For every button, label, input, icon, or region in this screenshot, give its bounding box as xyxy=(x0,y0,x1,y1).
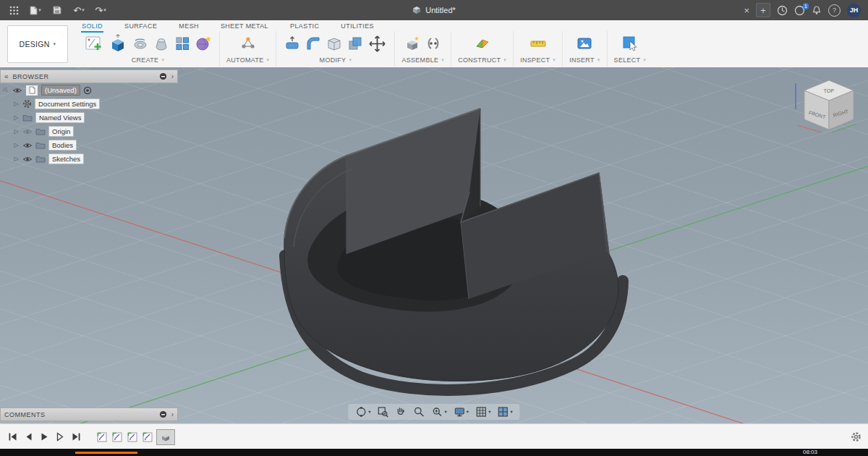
visibility-eye-icon[interactable] xyxy=(22,156,33,163)
grid-settings-tool[interactable]: ▾ xyxy=(475,406,490,418)
browser-item-chip[interactable]: Sketches xyxy=(48,153,84,164)
assemble-menu[interactable]: ASSEMBLE ▾ xyxy=(401,56,444,64)
help-icon[interactable]: ? xyxy=(828,4,841,17)
browser-row-bodies[interactable]: ▷ Bodies xyxy=(0,138,178,152)
timeline-step-back-button[interactable] xyxy=(22,431,35,444)
panel-minimize-icon[interactable] xyxy=(159,72,167,80)
viewport[interactable]: TOP FRONT RIGHT « BROWSER › ▷ (Unsaved) … xyxy=(0,67,868,423)
select-icon[interactable] xyxy=(620,33,640,54)
job-status-icon[interactable]: 1 xyxy=(794,5,805,16)
panel-minimize-icon[interactable] xyxy=(159,410,167,418)
expander-icon[interactable]: ▷ xyxy=(13,142,20,148)
comments-header[interactable]: COMMENTS › xyxy=(0,408,178,421)
browser-row-root[interactable]: ▷ (Unsaved) xyxy=(0,83,178,97)
browser-item-chip[interactable]: Origin xyxy=(48,126,74,137)
visibility-eye-icon[interactable] xyxy=(22,142,33,149)
expander-icon[interactable]: ▷ xyxy=(13,114,20,121)
browser-header[interactable]: « BROWSER › xyxy=(0,69,178,83)
timeline-go-to-start-button[interactable] xyxy=(6,431,19,444)
title-bar: ▾ ↶ ▾ ↷ ▾ Untitled* × + 1 xyxy=(0,0,868,20)
timeline-sketch-feature[interactable] xyxy=(141,431,154,444)
select-menu[interactable]: SELECT ▾ xyxy=(614,56,647,64)
construction-plane-icon[interactable] xyxy=(473,34,492,53)
panel-expand-icon[interactable]: › xyxy=(171,410,174,418)
view-cube[interactable]: TOP FRONT RIGHT xyxy=(790,72,859,137)
shell-icon[interactable] xyxy=(325,34,344,53)
notifications-bell-icon[interactable] xyxy=(812,5,822,16)
magnifier-icon xyxy=(414,406,425,418)
automate-icon[interactable] xyxy=(238,33,258,54)
browser-item-chip[interactable]: Bodies xyxy=(48,140,77,151)
create-form-icon[interactable] xyxy=(194,34,213,53)
orbit-tool[interactable]: ▾ xyxy=(355,406,370,418)
redo-button[interactable]: ↷ ▾ xyxy=(91,2,110,18)
fillet-icon[interactable] xyxy=(304,34,323,53)
expander-icon[interactable]: ▷ xyxy=(1,85,11,95)
zoom-tool[interactable] xyxy=(414,406,425,418)
model-cookie-cutter[interactable] xyxy=(284,109,623,390)
pattern-icon[interactable] xyxy=(173,34,192,53)
timeline-play-button[interactable] xyxy=(38,431,51,444)
timeline-sketch-feature[interactable] xyxy=(111,431,124,444)
close-document-icon[interactable]: × xyxy=(744,5,749,16)
browser-row-origin[interactable]: ▷ Origin xyxy=(0,124,178,138)
undo-button[interactable]: ↶ ▾ xyxy=(69,2,88,18)
document-name-chip[interactable]: (Unsaved) xyxy=(41,85,80,96)
browser-row-document-settings[interactable]: ▷ Document Settings xyxy=(0,97,178,111)
display-settings-tool[interactable]: ▾ xyxy=(454,406,469,418)
browser-item-chip[interactable]: Document Settings xyxy=(35,98,100,109)
combine-icon[interactable] xyxy=(346,34,365,53)
expander-icon[interactable]: ▷ xyxy=(13,128,20,135)
pan-tool[interactable] xyxy=(396,406,407,418)
loft-icon[interactable] xyxy=(152,34,171,53)
panel-expand-icon[interactable]: › xyxy=(171,72,174,80)
look-at-tool[interactable] xyxy=(378,406,389,418)
browser-row-sketches[interactable]: ▷ Sketches xyxy=(0,152,178,166)
video-progress-bar[interactable] xyxy=(75,452,137,454)
revolve-icon[interactable] xyxy=(131,34,150,53)
collapse-panel-icon[interactable]: « xyxy=(4,72,9,80)
timeline-go-to-end-button[interactable] xyxy=(69,431,82,444)
app-grid-icon[interactable] xyxy=(4,2,23,18)
construct-menu[interactable]: CONSTRUCT ▾ xyxy=(458,56,506,64)
insert-canvas-icon[interactable] xyxy=(575,34,594,53)
undo-icon: ↶ xyxy=(73,5,81,16)
inspect-menu[interactable]: INSPECT ▾ xyxy=(520,56,556,64)
browser-item-chip[interactable]: Named Views xyxy=(35,112,85,123)
automate-menu[interactable]: AUTOMATE ▾ xyxy=(226,56,269,64)
timeline-sketch-feature[interactable] xyxy=(95,431,109,444)
video-player-bar[interactable]: 08:03 xyxy=(0,449,868,456)
timeline-settings-gear-icon[interactable] xyxy=(849,431,862,444)
timeline-selected-feature xyxy=(156,429,175,445)
timeline-sketch-feature[interactable] xyxy=(126,431,139,444)
create-sketch-icon[interactable] xyxy=(83,33,105,54)
create-menu[interactable]: CREATE ▾ xyxy=(132,56,164,64)
browser-row-named-views[interactable]: ▷ Named Views xyxy=(0,111,178,124)
timeline-extrude-feature[interactable] xyxy=(159,431,172,444)
expander-icon[interactable]: ▷ xyxy=(13,156,20,162)
save-button[interactable] xyxy=(48,2,67,18)
new-component-icon[interactable] xyxy=(403,34,422,53)
pan-hand-icon xyxy=(396,406,407,418)
visibility-eye-icon[interactable] xyxy=(12,87,22,94)
workspace-selector[interactable]: DESIGN ▾ xyxy=(7,25,68,63)
sync-status-icon[interactable] xyxy=(777,5,788,16)
press-pull-icon[interactable] xyxy=(283,34,302,53)
extrude-icon[interactable] xyxy=(107,33,129,54)
timeline-step-forward-button[interactable] xyxy=(54,431,67,444)
new-tab-button[interactable]: + xyxy=(756,3,770,17)
modify-menu[interactable]: MODIFY ▾ xyxy=(320,56,352,64)
joint-icon[interactable] xyxy=(424,34,443,53)
fit-tool[interactable]: ▾ xyxy=(432,406,447,418)
move-copy-icon[interactable] xyxy=(367,33,388,54)
chevron-down-icon: ▾ xyxy=(510,409,512,415)
expander-icon[interactable]: ▷ xyxy=(13,101,20,107)
insert-menu[interactable]: INSERT ▾ xyxy=(569,56,600,64)
measure-icon[interactable] xyxy=(528,33,548,54)
chevron-down-icon: ▾ xyxy=(368,409,370,415)
viewports-tool[interactable]: ▾ xyxy=(497,406,512,418)
active-document-radio-icon[interactable] xyxy=(83,86,92,95)
user-avatar[interactable]: JH xyxy=(847,4,861,17)
visibility-eye-icon[interactable] xyxy=(22,128,33,135)
file-menu-button[interactable]: ▾ xyxy=(26,2,45,18)
